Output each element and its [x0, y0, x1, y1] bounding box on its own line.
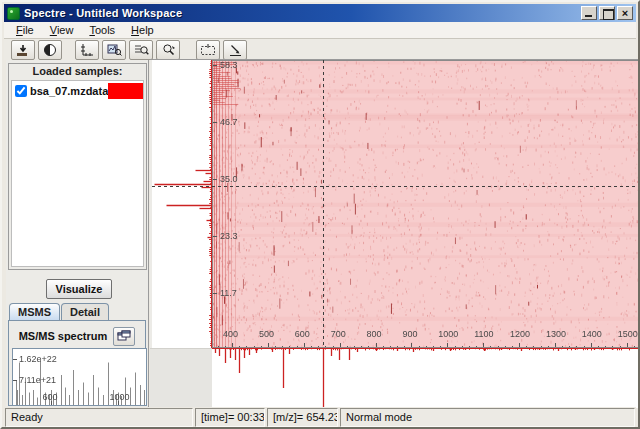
- plot-corner: [150, 348, 212, 408]
- status-bar: Ready [time]= 00:33:40 [m/z]= 654.239990…: [4, 407, 636, 428]
- axes-icon: [80, 43, 94, 57]
- range-select-icon: [200, 43, 216, 57]
- sample-row[interactable]: bsa_07.mzdata: [12, 81, 143, 100]
- annotate-button[interactable]: [223, 40, 247, 60]
- samples-list[interactable]: bsa_07.mzdata: [11, 80, 144, 267]
- menu-view[interactable]: View: [42, 23, 82, 38]
- zoom-select-button[interactable]: [129, 40, 153, 60]
- toolbar: [4, 39, 636, 60]
- contrast-button[interactable]: [38, 40, 62, 60]
- loaded-samples-panel: Loaded samples: bsa_07.mzdata: [8, 63, 147, 270]
- preview-icon: [107, 43, 122, 57]
- status-mz: [m/z]= 654.239990...: [267, 408, 338, 427]
- annotate-icon: [228, 43, 243, 57]
- app-icon: [7, 7, 20, 20]
- msms-tab-panel: MS/MS spectrum 1.62e+227.11e+216001000: [8, 320, 146, 406]
- msms-mini-canvas: [13, 349, 146, 405]
- status-mode: Normal mode: [340, 408, 635, 427]
- axes-button[interactable]: [75, 40, 99, 60]
- status-time: [time]= 00:33:40: [195, 408, 265, 427]
- close-button[interactable]: ×: [617, 6, 633, 20]
- open-spectrum-window-button[interactable]: [113, 327, 135, 346]
- status-ready: Ready: [5, 408, 193, 427]
- app-window: Spectre - Untitled Workspace × FileViewT…: [0, 0, 640, 429]
- menu-file[interactable]: File: [8, 23, 42, 38]
- window-title: Spectre - Untitled Workspace: [24, 7, 579, 19]
- sample-checkbox[interactable]: [15, 85, 27, 97]
- main-plot-area: 4005006007008009001000110012001300140015…: [150, 59, 640, 407]
- loaded-samples-title: Loaded samples:: [9, 64, 146, 79]
- range-select-button[interactable]: [196, 40, 220, 60]
- contrast-icon: [43, 43, 57, 57]
- msms-mini-chart: 1.62e+227.11e+216001000: [12, 348, 147, 406]
- heatmap-canvas[interactable]: [212, 60, 640, 348]
- preview-button[interactable]: [102, 40, 126, 60]
- tab-msms[interactable]: MSMS: [9, 303, 60, 321]
- left-time-profile: [152, 60, 212, 348]
- maximize-button[interactable]: [599, 6, 615, 20]
- title-bar[interactable]: Spectre - Untitled Workspace ×: [4, 4, 636, 22]
- import-icon: [15, 43, 31, 57]
- sample-color-swatch[interactable]: [108, 83, 143, 99]
- zoom-select-icon: [134, 43, 149, 57]
- zoom-button[interactable]: [156, 40, 180, 60]
- tab-detail[interactable]: Detail: [61, 303, 109, 321]
- visualize-button[interactable]: Visualize: [46, 279, 112, 299]
- bottom-mz-profile: [212, 348, 640, 408]
- menu-help[interactable]: Help: [123, 23, 162, 38]
- menu-tools[interactable]: Tools: [81, 23, 123, 38]
- heatmap-wrap: 4005006007008009001000110012001300140015…: [212, 60, 640, 348]
- msms-spectrum-title: MS/MS spectrum: [19, 330, 108, 342]
- import-button[interactable]: [11, 40, 35, 60]
- menu-bar: FileViewToolsHelp: [4, 22, 636, 39]
- minimize-button[interactable]: [581, 6, 597, 20]
- left-panel: Loaded samples: bsa_07.mzdata Visualize …: [6, 60, 149, 407]
- open-in-window-icon: [117, 330, 131, 342]
- sample-label: bsa_07.mzdata: [30, 85, 108, 97]
- zoom-icon: [161, 43, 176, 57]
